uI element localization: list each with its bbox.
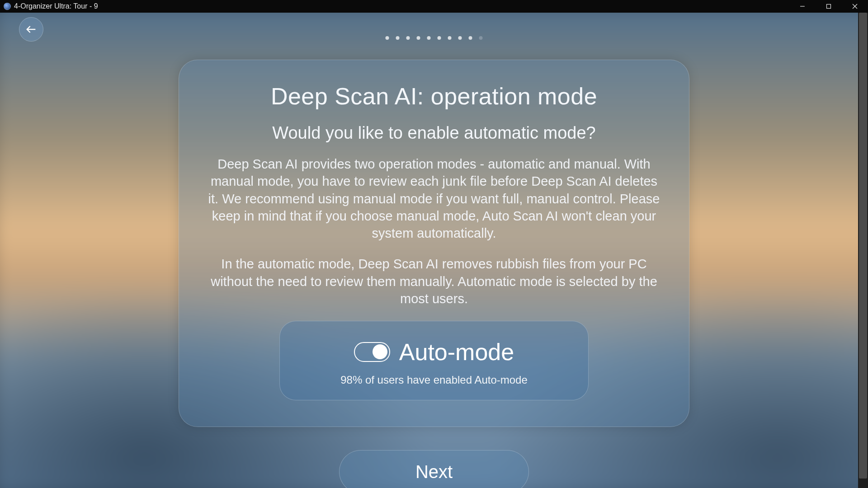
pager-dot-6[interactable] <box>438 36 441 40</box>
toggle-knob <box>373 344 387 359</box>
next-button-label: Next <box>415 462 453 482</box>
card-paragraph-2: In the automatic mode, Deep Scan AI remo… <box>206 255 662 307</box>
auto-mode-panel: Auto-mode 98% of users have enabled Auto… <box>279 321 589 400</box>
pager-dot-1[interactable] <box>386 36 389 40</box>
close-icon <box>852 4 858 9</box>
pager-dot-8[interactable] <box>458 36 462 40</box>
card-subtitle: Would you like to enable automatic mode? <box>204 123 664 143</box>
step-pager <box>386 36 483 40</box>
app-body: Deep Scan AI: operation mode Would you l… <box>0 13 868 488</box>
card-title: Deep Scan AI: operation mode <box>204 83 664 110</box>
auto-mode-row: Auto-mode <box>289 338 579 366</box>
auto-mode-toggle[interactable] <box>354 342 390 362</box>
scrollbar-thumb[interactable] <box>859 13 867 479</box>
maximize-icon <box>826 4 831 9</box>
pager-dot-5[interactable] <box>427 36 431 40</box>
window-controls <box>789 0 868 13</box>
svg-rect-1 <box>827 5 831 9</box>
arrow-left-icon <box>25 23 38 36</box>
next-button[interactable]: Next <box>339 450 529 488</box>
pager-dot-9[interactable] <box>469 36 472 40</box>
pager-dot-2[interactable] <box>396 36 400 40</box>
close-button[interactable] <box>842 0 868 13</box>
auto-mode-subtext: 98% of users have enabled Auto-mode <box>289 374 579 386</box>
back-button[interactable] <box>19 17 43 42</box>
pager-dot-4[interactable] <box>417 36 420 40</box>
card-paragraph-1: Deep Scan AI provides two operation mode… <box>206 155 662 242</box>
app-icon <box>4 3 11 10</box>
titlebar-left: 4-Organizer Ultra: Tour - 9 <box>4 2 98 10</box>
minimize-icon <box>800 4 805 9</box>
window-title: 4-Organizer Ultra: Tour - 9 <box>14 2 98 10</box>
minimize-button[interactable] <box>789 0 816 13</box>
tour-card: Deep Scan AI: operation mode Would you l… <box>179 60 689 427</box>
vertical-scrollbar[interactable] <box>858 13 868 488</box>
pager-dot-3[interactable] <box>406 36 410 40</box>
pager-dot-7[interactable] <box>448 36 452 40</box>
window-titlebar: 4-Organizer Ultra: Tour - 9 <box>0 0 868 13</box>
auto-mode-label: Auto-mode <box>399 338 514 366</box>
pager-dot-10[interactable] <box>479 36 483 40</box>
maximize-button[interactable] <box>816 0 842 13</box>
